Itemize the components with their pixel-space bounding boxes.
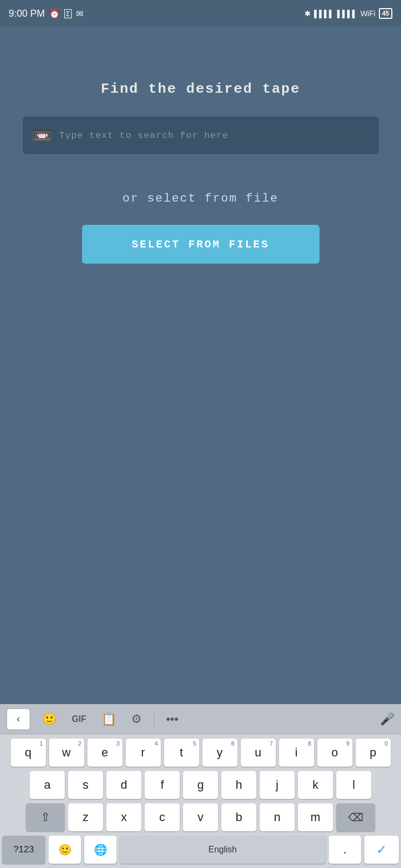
shift-key[interactable]: ⇧ xyxy=(26,803,65,831)
key-m[interactable]: m xyxy=(298,803,333,831)
more-options-icon[interactable]: ••• xyxy=(163,710,182,728)
key-w[interactable]: 2w xyxy=(49,739,84,767)
key-rows: 1q 2w 3e 4r 5t 6y 7u 8i 9o 0p a s d f g … xyxy=(0,734,401,868)
key-d[interactable]: d xyxy=(106,771,141,799)
search-input[interactable] xyxy=(59,130,370,141)
signal2-icon: ▌▌▌▌ xyxy=(337,10,357,18)
alarm-icon: ⏰ xyxy=(49,9,60,19)
keyboard-back-button[interactable]: ‹ xyxy=(6,708,30,730)
backspace-key[interactable]: ⌫ xyxy=(336,803,375,831)
key-l[interactable]: l xyxy=(336,771,371,799)
settings-icon[interactable]: ⚙ xyxy=(128,710,145,728)
key-a[interactable]: a xyxy=(30,771,65,799)
num-key[interactable]: ?123 xyxy=(2,836,45,864)
key-u[interactable]: 7u xyxy=(241,739,276,767)
key-row-3: ⇧ z x c v b n m ⌫ xyxy=(2,803,399,831)
key-i[interactable]: 8i xyxy=(279,739,314,767)
emoji-icon[interactable]: 🙂 xyxy=(39,710,60,728)
key-v[interactable]: v xyxy=(183,803,218,831)
toolbar-divider xyxy=(154,711,154,728)
signal1-icon: ▌▌▌▌ xyxy=(314,10,334,18)
key-r[interactable]: 4r xyxy=(126,739,161,767)
status-bar: 9:00 PM ⏰ Σ ✉ ✱ ▌▌▌▌ ▌▌▌▌ WiFi 45 xyxy=(0,0,401,27)
key-j[interactable]: j xyxy=(260,771,295,799)
key-g[interactable]: g xyxy=(183,771,218,799)
app-area: Find the desired tape 📼 or select from f… xyxy=(0,27,401,577)
key-y[interactable]: 6y xyxy=(202,739,237,767)
period-key[interactable]: . xyxy=(329,836,361,864)
page-title: Find the desired tape xyxy=(101,81,301,97)
key-e[interactable]: 3e xyxy=(87,739,123,767)
key-o[interactable]: 9o xyxy=(317,739,352,767)
time-display: 9:00 PM xyxy=(9,8,45,19)
notification-icon: Σ xyxy=(64,9,72,18)
gif-button[interactable]: GIF xyxy=(69,712,90,726)
globe-key[interactable]: 🌐 xyxy=(84,836,117,864)
battery-level: 45 xyxy=(382,10,389,17)
clipboard-icon[interactable]: 📋 xyxy=(98,710,119,728)
battery-indicator: 45 xyxy=(379,8,392,19)
wifi-icon: WiFi xyxy=(361,9,376,18)
mail-icon: ✉ xyxy=(76,9,83,19)
emoji-key[interactable]: 🙂 xyxy=(49,836,81,864)
key-p[interactable]: 0p xyxy=(356,739,391,767)
key-row-bottom: ?123 🙂 🌐 English . ✓ xyxy=(2,836,399,866)
status-icons: ✱ ▌▌▌▌ ▌▌▌▌ WiFi 45 xyxy=(304,8,392,19)
key-row-1: 1q 2w 3e 4r 5t 6y 7u 8i 9o 0p xyxy=(2,739,399,767)
key-q[interactable]: 1q xyxy=(11,739,46,767)
key-x[interactable]: x xyxy=(106,803,141,831)
key-t[interactable]: 5t xyxy=(164,739,199,767)
key-h[interactable]: h xyxy=(221,771,256,799)
keyboard-area: ‹ 🙂 GIF 📋 ⚙ ••• 🎤 1q 2w 3e 4r 5t 6y 7u 8… xyxy=(0,704,401,868)
spacebar[interactable]: English xyxy=(120,836,325,864)
key-s[interactable]: s xyxy=(68,771,103,799)
key-b[interactable]: b xyxy=(221,803,256,831)
enter-key[interactable]: ✓ xyxy=(364,836,399,864)
cassette-icon: 📼 xyxy=(31,125,53,146)
select-from-files-button[interactable]: SELECT FROM FILES xyxy=(82,225,320,264)
key-z[interactable]: z xyxy=(68,803,103,831)
keyboard-toolbar: ‹ 🙂 GIF 📋 ⚙ ••• 🎤 xyxy=(0,704,401,734)
key-c[interactable]: c xyxy=(145,803,180,831)
key-k[interactable]: k xyxy=(298,771,333,799)
or-label: or select from file xyxy=(123,192,278,205)
key-n[interactable]: n xyxy=(260,803,295,831)
search-box: 📼 xyxy=(23,116,379,154)
key-f[interactable]: f xyxy=(145,771,180,799)
key-row-2: a s d f g h j k l xyxy=(2,771,399,799)
microphone-icon[interactable]: 🎤 xyxy=(380,712,395,726)
status-time: 9:00 PM ⏰ Σ ✉ xyxy=(9,8,83,19)
bluetooth-icon: ✱ xyxy=(304,9,311,18)
